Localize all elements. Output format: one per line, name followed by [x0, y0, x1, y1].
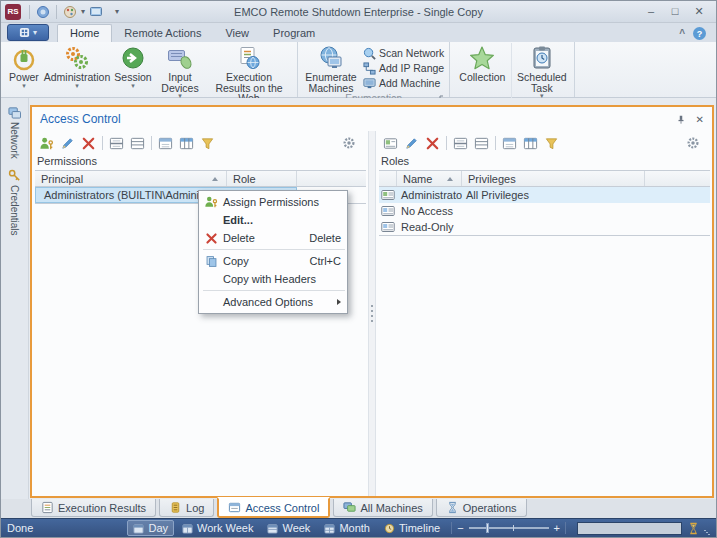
menu-item-edit[interactable]: Edit...	[199, 211, 347, 229]
grid-view-button[interactable]	[179, 136, 194, 151]
divider	[29, 5, 30, 19]
add-user-icon	[39, 136, 54, 151]
quick-access-theme-icon[interactable]	[61, 3, 79, 21]
panel-close-icon[interactable]: ✕	[696, 114, 704, 125]
menu-separator	[203, 290, 345, 291]
tab-home[interactable]: Home	[57, 24, 112, 42]
tab-view[interactable]: View	[213, 25, 261, 42]
view-work-week-button[interactable]: Work Week	[176, 520, 259, 536]
menu-separator	[203, 249, 345, 250]
customize-quick-access-icon[interactable]: ▾	[115, 7, 119, 16]
column-header-privileges[interactable]: Privileges	[462, 171, 645, 186]
tab-all-machines[interactable]: All Machines	[333, 499, 432, 517]
roles-row-no-access[interactable]: No Access	[379, 203, 710, 219]
maximize-button[interactable]: □	[668, 5, 682, 18]
view-day-button[interactable]: Day	[127, 520, 174, 536]
filter-button[interactable]	[200, 136, 215, 151]
tab-remote-actions[interactable]: Remote Actions	[112, 25, 213, 42]
split-rows-view-button[interactable]	[453, 136, 468, 151]
menu-item-advanced-options[interactable]: Advanced Options	[199, 293, 347, 311]
column-header-principal[interactable]: Principal	[35, 171, 227, 186]
roles-header: Name Privileges	[379, 171, 710, 187]
timeline-clock-icon	[384, 523, 395, 534]
roles-settings-button[interactable]	[686, 136, 700, 150]
tab-operations[interactable]: Operations	[436, 499, 527, 517]
input-devices-button[interactable]: Input Devices ▾	[156, 43, 204, 104]
collapse-ribbon-button[interactable]: ^	[679, 28, 685, 39]
quick-access-screen-icon[interactable]	[87, 3, 105, 21]
list-view-button[interactable]	[474, 136, 489, 151]
divider	[495, 136, 496, 150]
menu-item-copy[interactable]: Copy Ctrl+C	[199, 252, 347, 270]
sidebar-item-credentials[interactable]: Credentials	[8, 169, 21, 236]
tab-access-control[interactable]: Access Control	[217, 497, 330, 518]
scheduled-task-button[interactable]: Scheduled Task ▾	[511, 43, 571, 99]
list-view-button[interactable]	[130, 136, 145, 151]
zoom-slider-thumb[interactable]	[486, 523, 489, 533]
grid-view-button[interactable]	[523, 136, 538, 151]
add-permission-button[interactable]	[39, 136, 54, 151]
session-button[interactable]: Session ▾	[110, 43, 156, 104]
pin-icon[interactable]	[676, 114, 686, 125]
shortcut-label: Delete	[309, 232, 341, 244]
menu-item-copy-with-headers[interactable]: Copy with Headers	[199, 270, 347, 288]
app-logo-icon[interactable]: RS	[5, 4, 21, 20]
roles-row-administrator[interactable]: Administrator All Privileges	[379, 187, 710, 203]
roles-row-read-only[interactable]: Read-Only	[379, 219, 710, 235]
add-role-button[interactable]	[383, 136, 398, 151]
zoom-out-button[interactable]: −	[457, 522, 463, 534]
column-header-name[interactable]: Name	[397, 171, 462, 186]
tab-log[interactable]: Log	[159, 499, 214, 517]
edit-role-button[interactable]	[404, 136, 419, 151]
pane-splitter[interactable]	[368, 131, 376, 496]
menu-item-assign-permissions[interactable]: Assign Permissions	[199, 193, 347, 211]
view-week-button[interactable]: Week	[261, 520, 316, 536]
help-button[interactable]: ?	[693, 27, 706, 40]
roles-pane: Roles Name Privileges	[376, 131, 712, 496]
filter-button[interactable]	[544, 136, 559, 151]
column-header-role[interactable]: Role	[227, 171, 297, 186]
split-rows-view-button[interactable]	[109, 136, 124, 151]
zoom-slider[interactable]	[469, 527, 549, 529]
card-view-button[interactable]	[158, 136, 173, 151]
add-ip-range-button[interactable]: Add IP Range	[363, 61, 444, 75]
split-rows-icon	[453, 136, 468, 151]
side-tab-strip: Network Credentials	[1, 98, 29, 499]
sidebar-item-network[interactable]: Network	[8, 106, 21, 159]
divider	[151, 136, 152, 150]
menu-item-delete[interactable]: Delete Delete	[199, 229, 347, 247]
view-month-button[interactable]: Month	[318, 520, 376, 536]
delete-role-button[interactable]	[425, 136, 440, 151]
grid-view-icon	[523, 136, 538, 151]
delete-permission-button[interactable]	[81, 136, 96, 151]
gear-icon	[686, 136, 700, 150]
enumerate-machines-button[interactable]: Enumerate Machines	[301, 43, 361, 93]
close-button[interactable]: ✕	[692, 5, 706, 18]
add-machine-button[interactable]: Add Machine	[363, 76, 444, 90]
execution-results-web-icon	[236, 45, 262, 71]
execution-results-web-button[interactable]: Execution Results on the Web	[204, 43, 294, 104]
operations-hourglass-icon	[446, 501, 459, 514]
card-view-button[interactable]	[502, 136, 517, 151]
quick-access-power-icon[interactable]	[34, 3, 52, 21]
tab-execution-results[interactable]: Execution Results	[31, 499, 156, 517]
power-button[interactable]: Power ▾	[4, 43, 44, 104]
theme-dropdown-icon[interactable]: ▾	[81, 7, 85, 16]
zoom-in-button[interactable]: +	[554, 522, 560, 534]
tab-program[interactable]: Program	[261, 25, 327, 42]
minimize-button[interactable]: –	[644, 5, 658, 18]
access-control-panel: Access Control ✕	[30, 105, 714, 498]
view-timeline-button[interactable]: Timeline	[378, 520, 446, 536]
application-menu-button[interactable]: ▾	[7, 24, 49, 41]
resize-grip[interactable]	[703, 530, 710, 537]
view-switcher: Day Work Week Week Month Timeline	[127, 520, 446, 536]
edit-pencil-icon	[404, 136, 419, 151]
administration-button[interactable]: Administration ▾	[44, 43, 110, 104]
administration-icon	[64, 45, 90, 71]
edit-permission-button[interactable]	[60, 136, 75, 151]
zoom-control: − +	[457, 522, 560, 534]
collection-button[interactable]: Collection	[453, 43, 511, 99]
divider	[56, 5, 57, 19]
permissions-settings-button[interactable]	[342, 136, 356, 150]
scan-network-button[interactable]: Scan Network	[363, 46, 444, 60]
